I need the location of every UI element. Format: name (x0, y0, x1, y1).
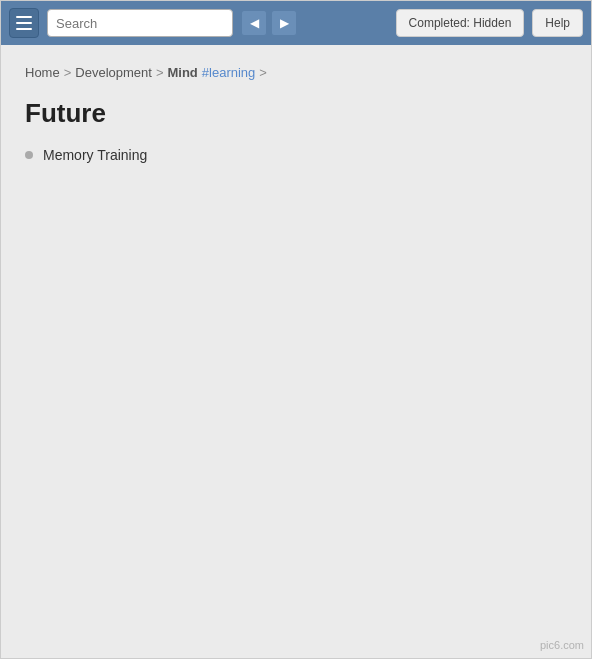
section-title: Future (25, 98, 567, 129)
breadcrumb-sep-1: > (64, 65, 72, 80)
nav-buttons: ◀ ▶ (241, 10, 297, 36)
breadcrumb-sep-2: > (156, 65, 164, 80)
breadcrumb: Home > Development > Mind #learning > (25, 65, 567, 80)
back-button[interactable]: ◀ (241, 10, 267, 36)
breadcrumb-tag[interactable]: #learning (202, 65, 256, 80)
toolbar: ◀ ▶ Completed: Hidden Help (1, 1, 591, 45)
main-content: Home > Development > Mind #learning > Fu… (1, 45, 591, 658)
app-container: ◀ ▶ Completed: Hidden Help Home > Develo… (0, 0, 592, 659)
task-label[interactable]: Memory Training (43, 147, 147, 163)
breadcrumb-home[interactable]: Home (25, 65, 60, 80)
breadcrumb-development[interactable]: Development (75, 65, 152, 80)
forward-button[interactable]: ▶ (271, 10, 297, 36)
menu-line-2 (16, 22, 32, 24)
menu-line-1 (16, 16, 32, 18)
completed-hidden-button[interactable]: Completed: Hidden (396, 9, 525, 37)
search-input[interactable] (47, 9, 233, 37)
breadcrumb-mind[interactable]: Mind (167, 65, 197, 80)
menu-button[interactable] (9, 8, 39, 38)
task-list: Memory Training (25, 145, 567, 165)
task-list-item: Memory Training (25, 145, 567, 165)
menu-line-3 (16, 28, 32, 30)
help-button[interactable]: Help (532, 9, 583, 37)
breadcrumb-sep-3: > (259, 65, 267, 80)
task-bullet (25, 151, 33, 159)
